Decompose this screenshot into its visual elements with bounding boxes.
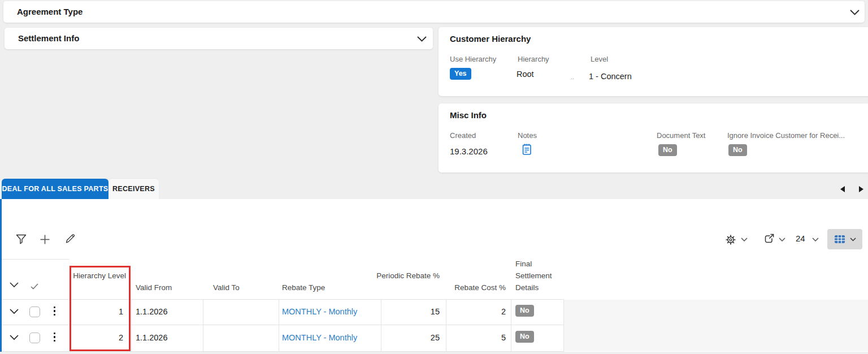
agreement-type-title: Agreement Type — [17, 7, 83, 16]
use-hierarchy-badge: Yes — [450, 68, 471, 80]
select-all-chevron-icon[interactable] — [10, 282, 19, 288]
cell-rebate-cost: 5 — [440, 333, 506, 342]
table-bottom-border — [2, 351, 564, 352]
cell-final-settlement-badge: No — [515, 331, 534, 343]
table-grid-icon — [834, 235, 845, 244]
chevron-down-icon[interactable] — [850, 10, 860, 15]
cell-periodic-rebate: 15 — [375, 307, 440, 316]
document-text-label: Document Text — [657, 131, 705, 140]
tab-scroll-right-icon[interactable] — [858, 185, 864, 193]
tab-scroll-left-icon[interactable] — [840, 185, 845, 193]
page-size-selector[interactable]: 24 — [796, 234, 805, 243]
tab-content-panel: 24 Hierarchy Level Valid From Valid To R… — [0, 199, 868, 352]
chevron-down-icon[interactable] — [779, 238, 785, 241]
table-right-filler — [564, 300, 868, 351]
notes-label: Notes — [518, 131, 537, 140]
chevron-down-icon — [850, 238, 856, 241]
settlement-info-section[interactable]: Settlement Info — [5, 28, 433, 49]
gridline — [511, 299, 511, 351]
row-checkbox[interactable] — [29, 306, 40, 317]
cell-rebate-type-link[interactable]: MONTHLY - Monthly — [282, 333, 357, 342]
row-kebab-menu-icon[interactable] — [54, 333, 55, 342]
col-header-valid-from[interactable]: Valid From — [136, 282, 172, 293]
tab-label: DEAL FOR ALL SALES PARTS — [2, 185, 108, 193]
agreement-type-section[interactable]: Agreement Type — [3, 1, 865, 23]
tab-label: RECEIVERS — [112, 185, 155, 193]
filter-icon[interactable] — [16, 234, 27, 245]
row-kebab-menu-icon[interactable] — [54, 306, 55, 316]
level-value: 1 - Concern — [589, 72, 632, 81]
cell-valid-from: 1.1.2026 — [136, 333, 167, 342]
header-group-divider — [2, 259, 70, 260]
settlement-info-title: Settlement Info — [18, 33, 79, 43]
created-value: 19.3.2026 — [450, 146, 488, 156]
hierarchy-label: Hierarchy — [518, 55, 549, 63]
document-text-badge: No — [658, 144, 677, 156]
customer-hierarchy-title: Customer Hierarchy — [450, 34, 531, 44]
created-label: Created — [450, 131, 476, 140]
cell-hierarchy-level: 1 — [70, 307, 123, 316]
ignore-invoice-label: Ignore Invoice Customer for Recei... — [727, 131, 845, 140]
cell-rebate-type-link[interactable]: MONTHLY - Monthly — [282, 307, 357, 316]
gridline — [563, 299, 564, 351]
chevron-down-icon[interactable] — [417, 36, 427, 42]
select-all-check-icon[interactable] — [31, 283, 38, 290]
cell-valid-from: 1.1.2026 — [136, 307, 167, 316]
customer-hierarchy-card: Customer Hierarchy Use Hierarchy Hierarc… — [439, 27, 868, 96]
row-checkbox[interactable] — [29, 333, 40, 343]
col-header-rebate-cost[interactable]: Rebate Cost % — [440, 282, 506, 293]
use-hierarchy-label: Use Hierarchy — [450, 55, 496, 63]
row-expand-chevron-icon[interactable] — [10, 335, 19, 340]
col-header-hierarchy-level[interactable]: Hierarchy Level — [70, 270, 126, 282]
cell-final-settlement-badge: No — [515, 305, 534, 317]
misc-info-title: Misc Info — [450, 110, 487, 120]
header-bottom-border — [2, 299, 564, 300]
hierarchy-value: Root — [517, 70, 534, 79]
chevron-down-icon[interactable] — [741, 238, 748, 241]
tab-receivers[interactable]: RECEIVERS — [108, 179, 159, 199]
chevron-down-icon[interactable] — [812, 238, 819, 241]
col-header-final-settlement[interactable]: Final Settlement Details — [515, 258, 564, 293]
ignore-invoice-badge: No — [728, 144, 747, 156]
row-divider — [2, 325, 564, 325]
app-screen: Agreement Type Settlement Info Customer … — [0, 0, 868, 354]
gridline — [279, 299, 279, 351]
plus-icon[interactable] — [40, 234, 50, 245]
col-header-rebate-type[interactable]: Rebate Type — [282, 282, 325, 293]
hierarchy-ellipsis: .. — [571, 74, 574, 80]
gridline — [203, 299, 203, 351]
cell-rebate-cost: 2 — [440, 307, 506, 316]
edit-pencil-icon[interactable] — [64, 233, 76, 244]
level-label: Level — [591, 55, 608, 63]
col-header-valid-to[interactable]: Valid To — [213, 282, 240, 293]
cell-periodic-rebate: 25 — [375, 333, 440, 342]
panel-accent-border — [0, 199, 2, 352]
note-icon[interactable] — [522, 143, 532, 156]
col-header-periodic-rebate[interactable]: Periodic Rebate % — [375, 270, 440, 282]
table-view-button[interactable] — [827, 229, 862, 249]
misc-info-card: Misc Info Created Notes Document Text Ig… — [439, 103, 868, 172]
cell-hierarchy-level: 2 — [70, 333, 123, 342]
gear-icon[interactable] — [725, 234, 736, 245]
share-export-icon[interactable] — [763, 233, 775, 244]
gridline — [131, 299, 132, 351]
tab-deal-for-all-sales-parts[interactable]: DEAL FOR ALL SALES PARTS — [2, 179, 108, 199]
row-expand-chevron-icon[interactable] — [10, 309, 19, 314]
